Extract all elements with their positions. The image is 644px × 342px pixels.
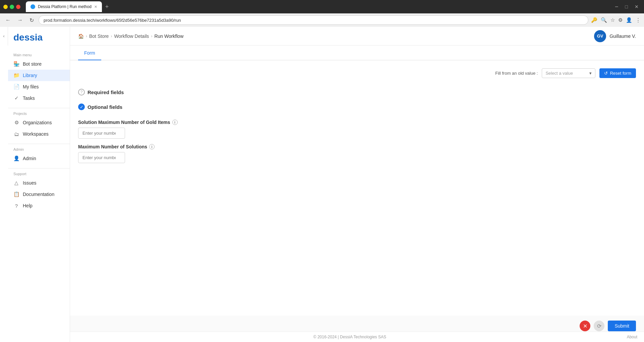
password-icon: 🔑 — [591, 17, 597, 23]
back-button[interactable]: ← — [3, 16, 13, 24]
required-fields-section[interactable]: ? Required fields — [78, 85, 636, 99]
main-content: 🏠 › Bot Store › Workflow Details › Run W… — [70, 27, 644, 342]
sidebar-item-my-files[interactable]: 📄 My files — [8, 81, 70, 92]
secondary-icon: ⟳ — [597, 323, 601, 329]
chevron-down-icon: ▾ — [589, 71, 592, 76]
sidebar-item-bot-store[interactable]: 🏪 Bot store — [8, 58, 70, 70]
sidebar-item-organizations[interactable]: ⚙ Organizations — [8, 117, 70, 128]
user-info: GV Guillaume V. — [594, 30, 636, 42]
app-logo: dessia — [13, 32, 43, 43]
about-link[interactable]: About — [627, 335, 637, 339]
cancel-icon: ✕ — [583, 323, 587, 329]
extensions-icon[interactable]: ⚙ — [618, 17, 623, 23]
search-icon[interactable]: 🔍 — [601, 17, 607, 23]
admin-icon: 👤 — [13, 155, 19, 161]
sidebar-item-label: Library — [23, 73, 37, 78]
user-avatar[interactable]: GV — [594, 30, 606, 42]
window-restore-btn[interactable]: □ — [623, 2, 630, 12]
main-menu-label: Main menu — [8, 51, 70, 58]
sidebar-item-label: Tasks — [23, 95, 35, 101]
optional-fields-section[interactable]: ✓ Optional fields — [78, 99, 636, 114]
sidebar-item-tasks[interactable]: ✓ Tasks — [8, 92, 70, 104]
content-area: Fill from an old value : Select a value … — [70, 60, 644, 332]
sidebar-item-admin[interactable]: 👤 Admin — [8, 153, 70, 164]
tab-title: Dessia Platform | Run method — [38, 4, 92, 9]
window-controls[interactable] — [3, 5, 20, 9]
sidebar-item-issues[interactable]: △ Issues — [8, 177, 70, 189]
sidebar-item-library[interactable]: 📁 Library — [8, 70, 70, 81]
tab-close-button[interactable]: ✕ — [94, 5, 97, 9]
fill-old-value-label: Fill from an old value : — [495, 71, 538, 76]
submit-button[interactable]: Submit — [608, 321, 636, 331]
field-solution-max-gold-label: Solution Maximum Number of Gold Items i — [78, 120, 636, 125]
my-files-icon: 📄 — [13, 84, 19, 90]
projects-section: Projects ⚙ Organizations 🗂 Workspaces — [8, 110, 70, 140]
profile-icon[interactable]: 👤 — [626, 17, 632, 23]
admin-label: Admin — [8, 145, 70, 153]
reset-form-button[interactable]: ↺ Reset form — [599, 68, 636, 78]
sidebar-item-workspaces[interactable]: 🗂 Workspaces — [8, 128, 70, 140]
forward-button[interactable]: → — [15, 16, 25, 24]
sidebar-divider-3 — [8, 168, 70, 168]
address-bar[interactable]: prod.formation.dessia.tech/workflows/65f… — [39, 15, 588, 25]
field-info-icon-1[interactable]: i — [172, 120, 178, 125]
minimize-button[interactable] — [3, 5, 8, 9]
sidebar-item-label: Help — [23, 203, 33, 208]
breadcrumb-sep-3: › — [151, 34, 152, 39]
tasks-icon: ✓ — [13, 95, 19, 101]
admin-section: Admin 👤 Admin — [8, 145, 70, 164]
reset-icon: ↺ — [604, 71, 608, 76]
sidebar-divider-1 — [8, 108, 70, 108]
organizations-icon: ⚙ — [13, 120, 19, 126]
field-max-solutions-label: Maximum Number of Solutions i — [78, 144, 636, 149]
sidebar-item-label: Documentation — [23, 192, 54, 197]
sidebar-item-label: My files — [23, 84, 39, 89]
maximize-button[interactable] — [10, 5, 14, 9]
footer-text: © 2016-2024 | DessiA Technologies SAS — [313, 335, 386, 339]
field-label-text: Maximum Number of Solutions — [78, 144, 147, 149]
logo-area: dessia — [8, 32, 70, 51]
breadcrumb-workflow-details[interactable]: Workflow Details — [114, 33, 149, 39]
field-max-solutions: Maximum Number of Solutions i — [78, 144, 636, 163]
help-icon: ? — [13, 203, 19, 209]
secondary-action-button[interactable]: ⟳ — [594, 321, 604, 331]
window-minimize-btn[interactable]: − — [613, 2, 621, 12]
sidebar-divider-2 — [8, 144, 70, 144]
library-icon: 📁 — [13, 72, 19, 78]
required-fields-title: Required fields — [87, 89, 124, 95]
fill-old-value-section: Fill from an old value : Select a value … — [78, 68, 636, 78]
breadcrumb: 🏠 › Bot Store › Workflow Details › Run W… — [78, 33, 183, 39]
max-solutions-input[interactable] — [78, 152, 125, 163]
fill-old-value-select[interactable]: Select a value ▾ — [542, 68, 595, 78]
workspaces-icon: 🗂 — [13, 131, 19, 137]
documentation-icon: 📋 — [13, 191, 19, 197]
user-name: Guillaume V. — [609, 33, 636, 39]
breadcrumb-home[interactable]: 🏠 — [78, 33, 84, 39]
sidebar-toggle[interactable]: ‹ — [0, 27, 8, 46]
sidebar-item-label: Organizations — [23, 120, 52, 125]
browser-tab-active[interactable]: Dessia Platform | Run method ✕ — [26, 1, 102, 12]
window-close-btn[interactable]: ✕ — [633, 2, 641, 12]
support-section: Support △ Issues 📋 Documentation ? Help — [8, 170, 70, 211]
browser-toolbar: ← → ↻ prod.formation.dessia.tech/workflo… — [0, 13, 644, 27]
tabs-bar: Form — [70, 46, 644, 60]
sidebar: dessia Main menu 🏪 Bot store 📁 Library 📄… — [8, 27, 70, 342]
solution-max-gold-input[interactable] — [78, 128, 125, 139]
breadcrumb-sep-2: › — [111, 34, 112, 39]
bookmark-icon[interactable]: ☆ — [610, 17, 615, 23]
tab-form[interactable]: Form — [78, 46, 101, 60]
close-button[interactable] — [16, 5, 20, 9]
browser-tabs: Dessia Platform | Run method ✕ + — [26, 1, 610, 12]
cancel-button[interactable]: ✕ — [580, 321, 590, 331]
tab-form-label: Form — [84, 50, 95, 56]
sidebar-item-help[interactable]: ? Help — [8, 200, 70, 211]
support-label: Support — [8, 170, 70, 177]
sidebar-item-documentation[interactable]: 📋 Documentation — [8, 189, 70, 200]
projects-label: Projects — [8, 110, 70, 117]
field-info-icon-2[interactable]: i — [149, 144, 155, 149]
new-tab-button[interactable]: + — [103, 3, 111, 10]
page-header: 🏠 › Bot Store › Workflow Details › Run W… — [70, 27, 644, 46]
menu-icon[interactable]: ⋮ — [636, 17, 641, 23]
breadcrumb-bot-store[interactable]: Bot Store — [89, 33, 109, 39]
refresh-button[interactable]: ↻ — [27, 16, 36, 25]
